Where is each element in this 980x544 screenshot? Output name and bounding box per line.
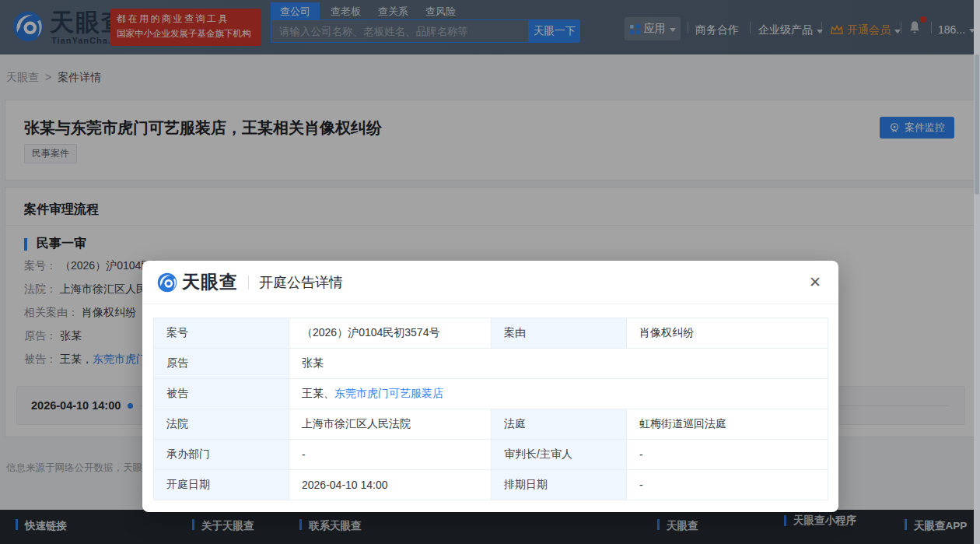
table-row: 开庭日期 2026-04-10 14:00 排期日期 - bbox=[154, 470, 828, 500]
divider bbox=[248, 276, 249, 290]
close-icon[interactable]: ✕ bbox=[809, 274, 821, 291]
table-row: 承办部门 - 审判长/主审人 - bbox=[154, 440, 828, 470]
cell-value: - bbox=[627, 440, 828, 470]
cell-label: 法院 bbox=[154, 409, 289, 440]
cell-label: 原告 bbox=[154, 349, 289, 379]
cell-value: 肖像权纠纷 bbox=[627, 318, 828, 349]
modal-header: 天眼查 开庭公告详情 ✕ bbox=[142, 261, 838, 304]
hearing-announcement-modal: 天眼查 开庭公告详情 ✕ 案号 （2026）沪0104民初3574号 案由 肖像… bbox=[142, 261, 838, 512]
modal-title: 开庭公告详情 bbox=[259, 273, 343, 292]
cell-value: 王某、东莞市虎门可艺服装店 bbox=[289, 379, 828, 409]
tianyancha-logo-icon bbox=[156, 272, 178, 293]
cell-label: 审判长/主审人 bbox=[492, 440, 627, 470]
page-scrollbar[interactable] bbox=[974, 0, 980, 544]
cell-label: 承办部门 bbox=[154, 440, 289, 470]
table-row: 法院 上海市徐汇区人民法院 法庭 虹梅街道巡回法庭 bbox=[154, 409, 828, 440]
cell-value: - bbox=[627, 470, 828, 500]
cell-value: 上海市徐汇区人民法院 bbox=[289, 409, 492, 440]
cell-value: 虹梅街道巡回法庭 bbox=[627, 409, 828, 440]
modal-body: 案号 （2026）沪0104民初3574号 案由 肖像权纠纷 原告 张某 被告 … bbox=[142, 304, 838, 500]
table-row: 被告 王某、东莞市虎门可艺服装店 bbox=[154, 379, 828, 409]
defendant-company-link[interactable]: 东莞市虎门可艺服装店 bbox=[334, 387, 443, 399]
cell-label: 案号 bbox=[154, 318, 289, 349]
hearing-detail-table: 案号 （2026）沪0104民初3574号 案由 肖像权纠纷 原告 张某 被告 … bbox=[153, 318, 828, 500]
cell-label: 案由 bbox=[492, 318, 627, 349]
cell-label: 开庭日期 bbox=[154, 470, 289, 500]
cell-label: 排期日期 bbox=[492, 470, 627, 500]
cell-value: - bbox=[289, 440, 492, 470]
defendant-person: 王某、 bbox=[302, 387, 334, 399]
cell-label: 被告 bbox=[154, 379, 289, 409]
modal-brand: 天眼查 bbox=[182, 270, 238, 294]
cell-value: （2026）沪0104民初3574号 bbox=[289, 318, 492, 349]
scrollbar-thumb[interactable] bbox=[975, 54, 979, 195]
cell-value: 张某 bbox=[289, 349, 828, 379]
cell-value: 2026-04-10 14:00 bbox=[289, 470, 492, 500]
cell-label: 法庭 bbox=[492, 409, 627, 440]
table-row: 原告 张某 bbox=[154, 349, 828, 379]
table-row: 案号 （2026）沪0104民初3574号 案由 肖像权纠纷 bbox=[154, 318, 828, 349]
